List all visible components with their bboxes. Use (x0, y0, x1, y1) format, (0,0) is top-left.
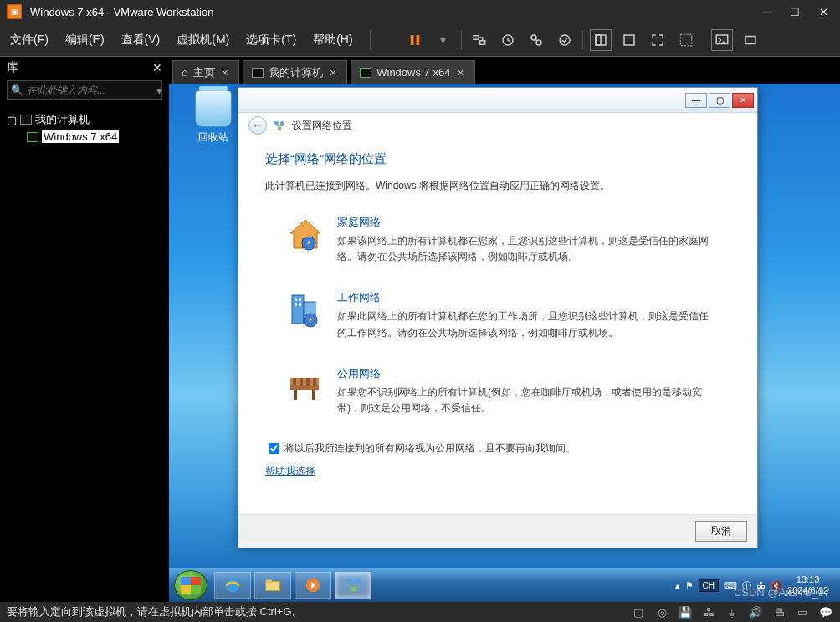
svg-rect-9 (596, 35, 601, 45)
device-display-icon[interactable]: ▭ (795, 605, 810, 619)
send-ctrl-alt-del-icon[interactable] (469, 29, 490, 51)
console-icon[interactable] (711, 29, 733, 51)
wizard-subtitle: 设置网络位置 (292, 119, 352, 133)
maximize-button[interactable]: ☐ (785, 4, 805, 19)
option-home-desc: 如果该网络上的所有计算机都在您家，且您识别这些计算机，则这是受信任的家庭网络。请… (337, 233, 710, 265)
device-usb-icon[interactable]: ⏚ (725, 605, 740, 619)
svg-rect-34 (266, 580, 272, 584)
help-me-choose-link[interactable]: 帮助我选择 (265, 465, 315, 477)
stretch-icon[interactable] (740, 29, 761, 51)
svg-rect-27 (312, 390, 315, 400)
svg-rect-36 (346, 579, 351, 584)
start-button[interactable] (174, 570, 207, 600)
device-printer-icon[interactable]: 🖶 (771, 605, 786, 619)
tray-flag-icon[interactable]: ⚑ (685, 580, 694, 591)
menu-vm[interactable]: 虚拟机(M) (177, 33, 229, 48)
tab-strip: ⌂ 主页 × 我的计算机 × Windows 7 x64 × (169, 57, 840, 84)
power-dropdown-icon[interactable]: ▾ (433, 29, 454, 51)
recycle-bin[interactable]: 回收站 (184, 90, 243, 145)
snapshot-manager-icon[interactable] (525, 29, 547, 51)
wizard-titlebar[interactable]: — ▢ ✕ (238, 88, 757, 113)
guest-desktop[interactable]: 回收站 — ▢ ✕ ← 设置网络位置 选择“网络”网络的位置 此计算机已连接到网… (169, 84, 840, 602)
device-hdd-icon[interactable]: ▢ (631, 605, 646, 619)
svg-rect-22 (295, 303, 297, 306)
console-view-icon[interactable] (618, 29, 640, 51)
option-work-network[interactable]: 工作网络 如果此网络上的所有计算机都在您的工作场所，且您识别这些计算机，则这是受… (285, 290, 710, 340)
taskbar-media-player-icon[interactable] (295, 572, 331, 599)
option-public-title: 公用网络 (337, 366, 710, 381)
home-icon: ⌂ (182, 66, 188, 79)
svg-rect-2 (474, 35, 479, 39)
wizard-close-button[interactable]: ✕ (732, 93, 754, 108)
device-message-icon[interactable]: 💬 (818, 605, 833, 619)
menu-file[interactable]: 文件(F) (10, 33, 49, 48)
home-network-icon (285, 215, 325, 255)
taskbar-ie-icon[interactable] (214, 572, 251, 599)
monitor-icon (20, 115, 32, 125)
tab-close-icon[interactable]: × (220, 66, 230, 79)
vmware-titlebar: ▣ Windows 7 x64 - VMware Workstation ─ ☐… (0, 0, 840, 23)
wizard-subheader: ← 设置网络位置 (238, 113, 757, 138)
revert-snapshot-icon[interactable] (554, 29, 576, 51)
taskbar-network-wizard-icon[interactable] (335, 572, 371, 599)
tab-windows7[interactable]: Windows 7 x64 × (351, 60, 474, 84)
snapshot-icon[interactable] (497, 29, 519, 51)
network-location-wizard: — ▢ ✕ ← 设置网络位置 选择“网络”网络的位置 此计算机已连接到网络。Wi… (238, 87, 758, 548)
device-network-icon[interactable]: 🖧 (701, 605, 716, 619)
vmware-title: Windows 7 x64 - VMware Workstation (30, 6, 213, 18)
unity-icon[interactable] (590, 29, 612, 51)
library-close-icon[interactable]: ✕ (152, 61, 162, 74)
tab-close-icon[interactable]: × (328, 66, 338, 79)
svg-rect-14 (274, 121, 279, 125)
menu-help[interactable]: 帮助(H) (313, 33, 352, 48)
svg-rect-18 (292, 295, 304, 324)
tree-vm-win7[interactable]: Windows 7 x64 (3, 129, 166, 145)
library-search[interactable]: 🔍 ▾ (7, 80, 162, 100)
tab-my-computer[interactable]: 我的计算机 × (243, 60, 347, 84)
device-sound-icon[interactable]: 🔊 (748, 605, 763, 619)
tree-my-computer[interactable]: ▢ 我的计算机 (3, 110, 166, 129)
tab-home[interactable]: ⌂ 主页 × (172, 60, 239, 84)
wizard-maximize-button[interactable]: ▢ (709, 93, 730, 108)
search-icon: 🔍 (11, 84, 23, 96)
language-indicator[interactable]: CH (699, 579, 719, 592)
menu-tabs[interactable]: 选项卡(T) (246, 33, 296, 48)
menu-view[interactable]: 查看(V) (121, 33, 161, 48)
close-button[interactable]: ✕ (813, 4, 833, 19)
pause-icon[interactable] (404, 29, 426, 51)
svg-rect-0 (410, 35, 413, 45)
tray-expand-icon[interactable]: ▴ (675, 580, 680, 591)
option-home-network[interactable]: 家庭网络 如果该网络上的所有计算机都在您家，且您识别这些计算机，则这是受信任的家… (285, 215, 710, 265)
host-status-bar: 要将输入定向到该虚拟机，请在虚拟机内部单击或按 Ctrl+G。 ▢ ◎ 💾 🖧 … (0, 602, 840, 622)
option-home-title: 家庭网络 (337, 215, 710, 230)
vm-icon (27, 132, 38, 142)
library-title: 库 (7, 60, 18, 75)
tab-close-icon[interactable]: × (455, 66, 465, 79)
option-work-title: 工作网络 (337, 290, 710, 305)
cancel-button[interactable]: 取消 (695, 521, 747, 542)
option-public-network[interactable]: 公用网络 如果您不识别网络上的所有计算机(例如，您在咖啡厅或机场，或者使用的是移… (285, 366, 710, 416)
work-network-icon (285, 290, 325, 330)
svg-rect-12 (716, 35, 728, 44)
seamless-icon[interactable] (675, 29, 697, 51)
minimize-button[interactable]: ─ (756, 4, 776, 19)
search-dropdown-icon[interactable]: ▾ (156, 84, 162, 97)
wizard-intro: 此计算机已连接到网络。Windows 将根据网络位置自动应用正确的网络设置。 (265, 179, 730, 193)
svg-rect-16 (278, 127, 282, 130)
library-search-input[interactable] (23, 83, 156, 98)
device-floppy-icon[interactable]: 💾 (678, 605, 693, 619)
watermark: CSDN @AiENG_07 (734, 586, 830, 599)
vmware-menubar: 文件(F) 编辑(E) 查看(V) 虚拟机(M) 选项卡(T) 帮助(H) ▾ (0, 23, 840, 57)
menu-edit[interactable]: 编辑(E) (65, 33, 105, 48)
collapse-icon: ▢ (7, 114, 17, 126)
treat-as-public-checkbox[interactable] (269, 443, 279, 454)
public-network-icon (285, 366, 325, 406)
taskbar-explorer-icon[interactable] (254, 572, 291, 599)
back-icon[interactable]: ← (248, 116, 267, 135)
treat-as-public-checkbox-row[interactable]: 将以后我所连接到的所有网络视为公用网络，且不要再向我询问。 (269, 441, 730, 456)
fullscreen-icon[interactable] (647, 29, 668, 51)
svg-rect-38 (350, 587, 356, 592)
device-cd-icon[interactable]: ◎ (654, 605, 669, 619)
wizard-minimize-button[interactable]: — (685, 93, 707, 108)
vmware-logo-icon: ▣ (7, 4, 22, 19)
